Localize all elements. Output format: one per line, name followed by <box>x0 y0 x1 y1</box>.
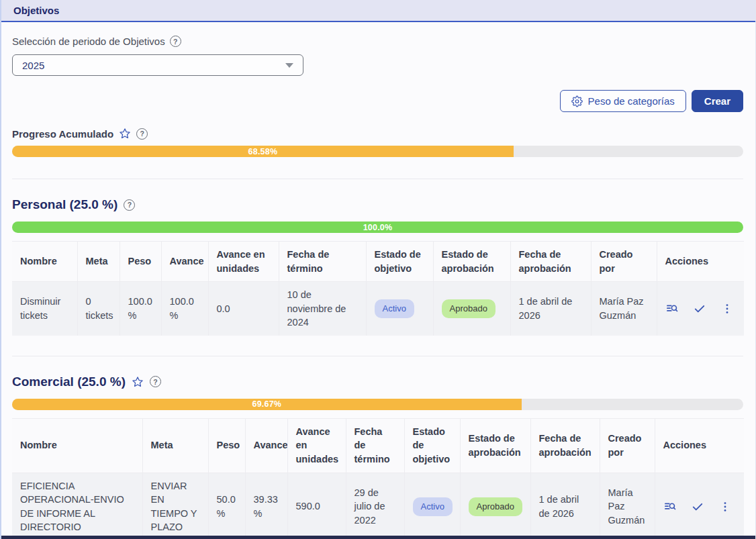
cell-fecha-termino: 29 de julio de 2022 <box>346 473 404 539</box>
progress-fill: 100.0% <box>12 222 743 233</box>
period-select-label: Selección de periodo de Objetivos <box>12 36 165 47</box>
table-body: EFICIENCIA OPERACIONAL-ENVIO DE INFORME … <box>12 473 744 539</box>
objectives-table: NombreMetaPesoAvanceAvance en unidadesFe… <box>12 241 744 336</box>
objectives-table: NombreMetaPesoAvanceAvance en unidadesFe… <box>12 418 744 539</box>
objective-status-badge: Activo <box>413 497 453 516</box>
approval-status-badge: Aprobado <box>469 497 522 516</box>
create-button[interactable]: Crear <box>692 90 743 112</box>
category-sections: Personal (25.0 %) ? 100.0% NombreMetaPes… <box>12 197 743 539</box>
category-weights-label: Peso de categorías <box>588 95 675 107</box>
cell-fecha-aprobacion: 1 de abril de 2026 <box>530 473 600 539</box>
objectives-page: Objetivos Selección de periodo de Objeti… <box>0 0 756 539</box>
help-icon[interactable]: ? <box>136 128 148 140</box>
column-header: Acciones <box>657 242 744 282</box>
table-header-row: NombreMetaPesoAvanceAvance en unidadesFe… <box>12 242 744 282</box>
toolbar: Peso de categorías Crear <box>12 90 743 112</box>
accumulated-progress-title: Progreso Acumulado <box>12 128 113 140</box>
progress-value: 100.0% <box>363 223 393 232</box>
category-section: Personal (25.0 %) ? 100.0% NombreMetaPes… <box>12 197 743 336</box>
column-header: Peso <box>208 418 245 473</box>
gear-icon <box>571 95 583 107</box>
cell-avance-unidades: 0.0 <box>208 282 279 336</box>
cell-creado-por: María Paz Guzmán <box>591 282 657 336</box>
more-options-icon[interactable] <box>718 500 732 513</box>
progress-value: 68.58% <box>248 147 278 156</box>
objective-status-badge: Activo <box>375 299 414 318</box>
column-header: Estado de objetivo <box>404 418 460 473</box>
table-row: Disminuir tickets 0 tickets 100.0 % 100.… <box>12 282 744 336</box>
cell-meta: 0 tickets <box>77 282 120 336</box>
column-header: Fecha de término <box>346 418 404 473</box>
section-divider <box>12 356 743 356</box>
accumulated-progress-bar: 68.58% <box>12 146 743 157</box>
cell-nombre: Disminuir tickets <box>12 282 77 336</box>
star-icon[interactable] <box>119 128 131 140</box>
column-header: Nombre <box>12 418 142 473</box>
table-body: Disminuir tickets 0 tickets 100.0 % 100.… <box>12 282 744 336</box>
approve-check-icon[interactable] <box>691 500 704 513</box>
column-header: Estado de aprobación <box>460 418 530 473</box>
next-section-edge <box>1 536 755 539</box>
column-header: Fecha de aprobación <box>530 418 600 473</box>
panel-header: Objetivos <box>1 0 755 22</box>
help-icon[interactable]: ? <box>170 36 181 47</box>
section-divider <box>12 179 743 179</box>
column-header: Fecha de término <box>279 242 366 282</box>
help-icon[interactable]: ? <box>124 199 135 211</box>
period-select-value: 2025 <box>22 60 44 71</box>
cell-meta: ENVIAR EN TIEMPO Y PLAZO <box>142 473 208 539</box>
category-progress-bar: 69.67% <box>12 399 743 410</box>
more-options-icon[interactable] <box>720 302 734 315</box>
approve-check-icon[interactable] <box>693 302 706 315</box>
column-header: Meta <box>77 242 120 282</box>
view-details-icon[interactable] <box>663 500 677 513</box>
category-title: Comercial (25.0 %) <box>12 375 126 389</box>
cell-fecha-aprobacion: 1 de abril de 2026 <box>510 282 591 336</box>
column-header: Avance en unidades <box>287 418 346 473</box>
star-icon[interactable] <box>132 376 144 388</box>
column-header: Meta <box>142 418 208 473</box>
category-title: Personal (25.0 %) <box>12 197 117 212</box>
actions-cell <box>665 302 737 315</box>
column-header: Avance <box>161 242 208 282</box>
column-header: Creado por <box>591 242 657 282</box>
category-weights-button[interactable]: Peso de categorías <box>560 90 686 112</box>
column-header: Fecha de aprobación <box>510 242 591 282</box>
column-header: Estado de aprobación <box>433 242 510 282</box>
progress-fill: 68.58% <box>12 146 514 157</box>
column-header: Acciones <box>655 418 744 473</box>
table-row: EFICIENCIA OPERACIONAL-ENVIO DE INFORME … <box>12 473 744 539</box>
column-header: Creado por <box>600 418 655 473</box>
cell-avance: 39.33 % <box>245 473 287 539</box>
help-icon[interactable]: ? <box>150 376 161 387</box>
progress-fill: 69.67% <box>12 399 522 410</box>
content-area: Selección de periodo de Objetivos ? 2025… <box>1 22 755 539</box>
column-header: Nombre <box>12 242 77 282</box>
cell-nombre: EFICIENCIA OPERACIONAL-ENVIO DE INFORME … <box>12 473 142 539</box>
column-header: Estado de objetivo <box>366 242 433 282</box>
cell-avance-unidades: 590.0 <box>287 473 346 539</box>
cell-creado-por: María Paz Guzmán <box>600 473 655 539</box>
page-title: Objetivos <box>13 5 59 16</box>
category-section: Comercial (25.0 %) ? 69.67% NombreMetaPe… <box>12 375 743 539</box>
cell-peso: 50.0 % <box>208 473 245 539</box>
actions-cell <box>663 500 737 513</box>
approval-status-badge: Aprobado <box>442 299 495 318</box>
table-header-row: NombreMetaPesoAvanceAvance en unidadesFe… <box>12 418 744 473</box>
column-header: Peso <box>120 242 161 282</box>
cell-avance: 100.0 % <box>161 282 208 336</box>
chevron-down-icon <box>285 63 293 68</box>
cell-peso: 100.0 % <box>120 282 161 336</box>
cell-fecha-termino: 10 de noviembre de 2024 <box>279 282 366 336</box>
category-progress-bar: 100.0% <box>12 222 743 233</box>
column-header: Avance en unidades <box>208 242 279 282</box>
view-details-icon[interactable] <box>665 302 679 315</box>
progress-value: 69.67% <box>252 399 282 409</box>
column-header: Avance <box>245 418 287 473</box>
period-select[interactable]: 2025 <box>12 54 303 76</box>
